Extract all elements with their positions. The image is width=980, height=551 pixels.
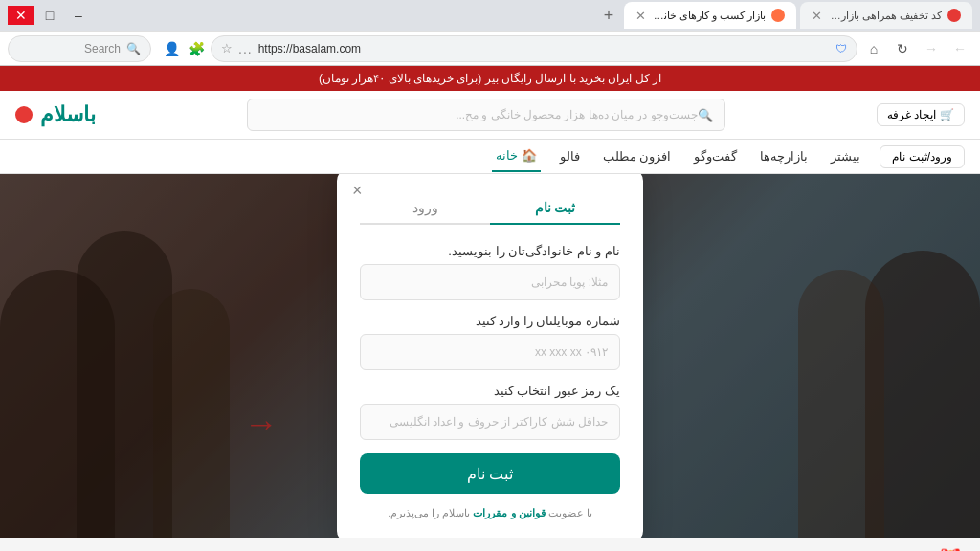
- website-content: از کل ایران بخرید با ارسال رایگان بیز (ب…: [0, 66, 980, 551]
- browser-chrome: کد تخفیف همراهی بازار آنلاین م... ✕ بازا…: [0, 0, 980, 66]
- phone-label: شماره موبایلتان را وارد کنید: [360, 314, 620, 328]
- tab2-close[interactable]: ✕: [635, 9, 646, 23]
- home-button[interactable]: ⌂: [861, 36, 886, 61]
- terms-link[interactable]: قوانین و مقررات: [473, 507, 545, 518]
- nav-follow-label: فالو: [560, 149, 580, 164]
- top-banner: از کل ایران بخرید با ارسال رایگان بیز (ب…: [0, 66, 980, 91]
- address-dots: ...: [238, 41, 253, 56]
- home-icon: 🏠: [522, 148, 537, 163]
- modal-tabs: ثبت نام ورود: [360, 192, 620, 225]
- address-text: https://basalam.com: [258, 42, 830, 55]
- hero-section: ↓ → × ثبت نام ورود نام و نام خان: [0, 174, 980, 538]
- nav-item-home[interactable]: 🏠 خانه: [492, 141, 541, 172]
- tab2-title: بازار کسب و کارهای خانگی و محل...: [652, 10, 766, 22]
- new-tab-button[interactable]: +: [597, 4, 620, 27]
- nav-item-more[interactable]: بیشتر: [827, 142, 864, 171]
- register-modal: × ثبت نام ورود نام و نام خانوادگی‌تان را…: [337, 174, 643, 538]
- password-input[interactable]: [360, 404, 620, 440]
- login-label: ورود/ثبت نام: [892, 150, 952, 164]
- tab2-favicon: [771, 9, 785, 22]
- minimize-button[interactable]: –: [65, 6, 92, 25]
- bookmark-icon[interactable]: ☆: [221, 41, 233, 55]
- tab-login-label: ورود: [412, 200, 438, 215]
- cart-icon: 🛒: [940, 108, 954, 121]
- search-icon: 🔍: [126, 42, 141, 55]
- nav-menu: ورود/ثبت نام بیشتر بازارچه‌ها گفت‌وگو اف…: [0, 140, 980, 174]
- navigation-bar: ← → ↻ ⌂ 🛡 https://basalam.com ... ☆ 🧩 👤 …: [0, 31, 980, 65]
- nav-item-bazarcheh[interactable]: بازارچه‌ها: [756, 142, 812, 171]
- site-search-box[interactable]: 🔍 جست‌وجو در میان ده‌ها هزار محصول خانگی…: [247, 99, 725, 131]
- profile-icon[interactable]: 👤: [161, 38, 182, 59]
- nav-item-goft[interactable]: گفت‌وگو: [690, 142, 741, 171]
- nav-more-label: بیشتر: [831, 149, 860, 164]
- tab1-close[interactable]: ✕: [812, 9, 822, 23]
- nav-afzoon-label: افزون مطلب: [603, 149, 672, 164]
- logo-text: باسلام: [40, 102, 96, 127]
- site-header: 🛒 ایجاد غرفه 🔍 جست‌وجو در میان ده‌ها هزا…: [0, 91, 980, 140]
- modal-close-button[interactable]: ×: [352, 181, 363, 201]
- logo-area: باسلام: [15, 102, 96, 127]
- banner-text: از کل ایران بخرید با ارسال رایگان بیز (ب…: [319, 72, 661, 85]
- bottom-area: 🎁: [0, 538, 980, 551]
- forward-button[interactable]: →: [919, 36, 944, 61]
- cart-button[interactable]: 🛒 ایجاد غرفه: [877, 103, 965, 126]
- nav-bazarcheh-label: بازارچه‌ها: [760, 149, 808, 164]
- nav-item-follow[interactable]: فالو: [556, 142, 584, 171]
- password-label: یک رمز عبور انتخاب کنید: [360, 384, 620, 398]
- window-controls: – □ ✕: [8, 6, 92, 25]
- tab-register-label: ثبت نام: [535, 200, 576, 215]
- refresh-button[interactable]: ↻: [890, 36, 915, 61]
- name-label: نام و نام خانوادگی‌تان را بنویسید.: [360, 244, 620, 258]
- maximize-button[interactable]: □: [36, 6, 63, 25]
- nav-goft-label: گفت‌وگو: [694, 149, 737, 164]
- close-button[interactable]: ✕: [8, 6, 34, 25]
- browser-tab-2[interactable]: بازار کسب و کارهای خانگی و محل... ✕: [624, 2, 796, 29]
- tab-login[interactable]: ورود: [360, 192, 490, 223]
- cart-label: ایجاد غرفه: [887, 108, 936, 121]
- browser-search-bar[interactable]: 🔍 Search: [8, 35, 151, 62]
- site-search-placeholder: جست‌وجو در میان ده‌ها هزار محصول خانگی و…: [456, 108, 698, 121]
- back-button[interactable]: ←: [947, 36, 972, 61]
- phone-input[interactable]: [360, 334, 620, 370]
- tab1-title: کد تخفیف همراهی بازار آنلاین م...: [828, 10, 942, 22]
- submit-label: ثبت نام: [467, 466, 513, 482]
- nav-home-label: خانه: [496, 148, 518, 163]
- site-search-icon: 🔍: [698, 108, 713, 122]
- tab1-favicon: [947, 9, 961, 22]
- login-button[interactable]: ورود/ثبت نام: [880, 145, 965, 168]
- title-bar: کد تخفیف همراهی بازار آنلاین م... ✕ بازا…: [0, 0, 980, 31]
- search-label: Search: [84, 42, 121, 55]
- browser-right-icons: 🧩 👤: [161, 38, 207, 59]
- extensions-icon[interactable]: 🧩: [186, 38, 207, 59]
- nav-item-afzoon[interactable]: افزون مطلب: [599, 142, 676, 171]
- tab-register[interactable]: ثبت نام: [490, 192, 620, 225]
- shield-icon: 🛡: [835, 42, 847, 55]
- logo-icon: [15, 106, 33, 123]
- address-bar[interactable]: 🛡 https://basalam.com ... ☆: [211, 35, 858, 62]
- browser-tab-1[interactable]: کد تخفیف همراهی بازار آنلاین م... ✕: [800, 2, 972, 29]
- submit-button[interactable]: ثبت نام: [360, 453, 620, 494]
- name-input[interactable]: [360, 264, 620, 300]
- modal-overlay: × ثبت نام ورود نام و نام خانوادگی‌تان را…: [0, 174, 980, 538]
- terms-text: با عضویت قوانین و مقررات باسلام را می‌پذ…: [360, 507, 620, 519]
